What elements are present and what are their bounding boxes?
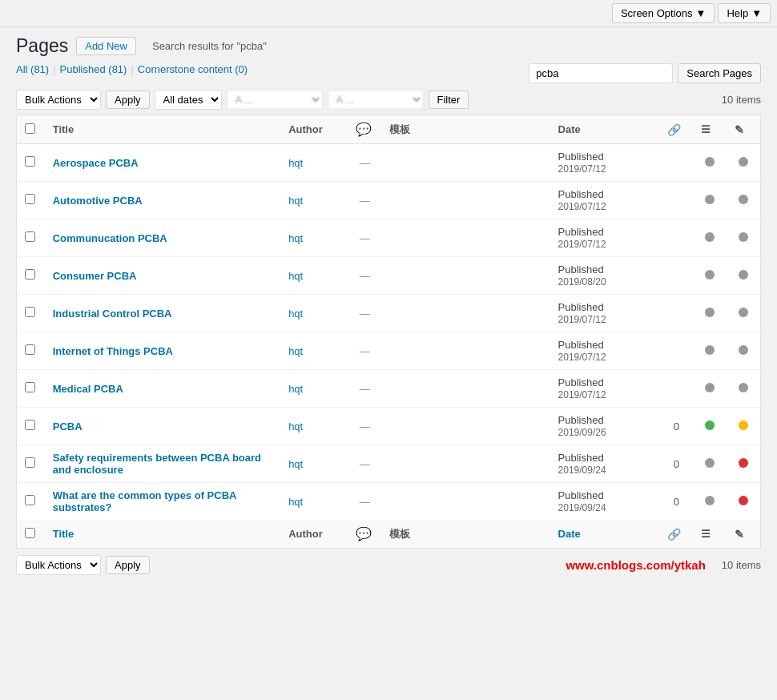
title-header-label: Title bbox=[53, 123, 74, 135]
author-link-4[interactable]: hqt bbox=[288, 270, 303, 282]
page-title-link-3[interactable]: Communucation PCBA bbox=[53, 232, 167, 244]
row-title-cell: Aerospace PCBA bbox=[45, 144, 280, 182]
page-title-link-4[interactable]: Consumer PCBA bbox=[53, 270, 137, 282]
row-dot1-cell bbox=[693, 219, 727, 257]
search-input[interactable] bbox=[529, 63, 673, 83]
page-header: Pages Add New Search results for "pcba" bbox=[16, 35, 761, 57]
dates-select[interactable]: All dates bbox=[155, 90, 222, 110]
author-link-1[interactable]: hqt bbox=[288, 157, 303, 169]
dot2-10 bbox=[739, 496, 748, 505]
author-link-3[interactable]: hqt bbox=[288, 232, 303, 244]
row-dot1-cell bbox=[693, 182, 727, 219]
bulk-actions-select-bottom[interactable]: Bulk Actions bbox=[16, 555, 101, 575]
row-author-cell: hqt bbox=[280, 219, 348, 257]
row-checkbox-8[interactable] bbox=[25, 420, 35, 430]
page-title-link-1[interactable]: Aerospace PCBA bbox=[53, 157, 139, 169]
title-header[interactable]: Title bbox=[45, 115, 280, 144]
comment-bubble-icon: 💬 bbox=[356, 123, 372, 136]
select-all-checkbox[interactable] bbox=[25, 123, 35, 134]
page-title-link-5[interactable]: Industrial Control PCBA bbox=[53, 308, 172, 320]
filter-published[interactable]: Published (81) bbox=[60, 63, 127, 75]
author-link-8[interactable]: hqt bbox=[288, 420, 303, 432]
row-author-cell: hqt bbox=[280, 408, 348, 445]
apply-button-top[interactable]: Apply bbox=[106, 91, 150, 109]
status-header: ☰ bbox=[693, 115, 727, 144]
dot1-6 bbox=[705, 345, 715, 355]
row-template-cell bbox=[381, 408, 550, 445]
row-date-cell: Published 2019/08/20 bbox=[550, 257, 660, 295]
date-value-9: 2019/09/24 bbox=[558, 465, 606, 476]
date-status-2: Published bbox=[558, 188, 604, 200]
row-checkbox-3[interactable] bbox=[25, 231, 35, 242]
date-header[interactable]: Date bbox=[550, 115, 660, 144]
table-row: Industrial Control PCBA hqt — Published … bbox=[17, 295, 761, 332]
title-footer-label: Title bbox=[53, 528, 74, 540]
main-wrap: Pages Add New Search results for "pcba" … bbox=[0, 27, 777, 591]
search-box: Search Pages bbox=[529, 63, 761, 83]
template-header-label: 模板 bbox=[389, 123, 410, 135]
date-header-label: Date bbox=[558, 123, 581, 135]
row-checkbox-9[interactable] bbox=[25, 457, 35, 468]
select-all-checkbox-footer[interactable] bbox=[25, 528, 35, 538]
date-status-5: Published bbox=[558, 301, 604, 313]
row-title-cell: PCBA bbox=[45, 408, 280, 445]
row-author-cell: hqt bbox=[280, 257, 348, 295]
apply-button-bottom[interactable]: Apply bbox=[106, 556, 150, 574]
row-dot1-cell bbox=[693, 295, 727, 332]
filter-all[interactable]: All (81) bbox=[16, 63, 49, 75]
author-link-9[interactable]: hqt bbox=[288, 458, 303, 470]
page-title-link-9[interactable]: Safety requirements between PCBA board a… bbox=[53, 452, 261, 476]
date-status-7: Published bbox=[558, 376, 604, 388]
page-title-link-6[interactable]: Internet of Things PCBA bbox=[53, 345, 173, 357]
author-select[interactable]: A ... bbox=[227, 90, 323, 110]
author-link-5[interactable]: hqt bbox=[288, 308, 303, 320]
search-pages-button[interactable]: Search Pages bbox=[678, 63, 761, 83]
screen-options-button[interactable]: Screen Options ▼ bbox=[612, 3, 715, 23]
comments-dash-9: — bbox=[360, 458, 370, 470]
select-all-header bbox=[17, 115, 45, 144]
page-title-link-7[interactable]: Medical PCBA bbox=[53, 383, 123, 395]
row-dot2-cell bbox=[727, 295, 760, 332]
row-checkbox-1[interactable] bbox=[25, 156, 35, 167]
row-checkbox-cell bbox=[17, 445, 45, 483]
row-template-cell bbox=[381, 370, 550, 408]
author-link-2[interactable]: hqt bbox=[288, 195, 303, 207]
filter-button[interactable]: Filter bbox=[429, 91, 469, 109]
row-dot1-cell bbox=[693, 370, 727, 408]
share-footer: 🔗 bbox=[659, 520, 693, 549]
search-result-text: Search results for "pcba" bbox=[152, 40, 267, 52]
row-checkbox-7[interactable] bbox=[25, 382, 35, 392]
row-checkbox-6[interactable] bbox=[25, 344, 35, 355]
screen-options-label: Screen Options bbox=[621, 7, 693, 19]
row-checkbox-cell bbox=[17, 483, 45, 521]
filter-cornerstone[interactable]: Cornerstone content (0) bbox=[138, 63, 248, 75]
author-link-6[interactable]: hqt bbox=[288, 345, 303, 357]
row-title-cell: Communucation PCBA bbox=[45, 219, 280, 257]
row-checkbox-4[interactable] bbox=[25, 269, 35, 280]
author-link-7[interactable]: hqt bbox=[288, 383, 303, 395]
add-new-button[interactable]: Add New bbox=[76, 37, 136, 55]
row-comments-cell: — bbox=[348, 257, 381, 295]
page-title-link-10[interactable]: What are the common types of PCBA substr… bbox=[53, 489, 236, 513]
page-title-link-2[interactable]: Automotive PCBA bbox=[53, 195, 143, 207]
row-dot2-cell bbox=[727, 445, 760, 483]
bulk-actions-select-top[interactable]: Bulk Actions bbox=[16, 90, 101, 110]
comments-footer: 💬 bbox=[348, 520, 381, 549]
date-value-5: 2019/07/12 bbox=[558, 314, 606, 325]
table-row: Safety requirements between PCBA board a… bbox=[17, 445, 761, 483]
row-checkbox-2[interactable] bbox=[25, 194, 35, 204]
tablenav-left: Bulk Actions Apply All dates A ... A ...… bbox=[16, 90, 469, 110]
dot2-7 bbox=[739, 383, 748, 392]
help-button[interactable]: Help ▼ bbox=[718, 3, 771, 23]
row-comments-cell: — bbox=[348, 219, 381, 257]
dot2-5 bbox=[739, 308, 748, 317]
row-checkbox-cell bbox=[17, 257, 45, 295]
row-checkbox-5[interactable] bbox=[25, 307, 35, 317]
row-checkbox-cell bbox=[17, 332, 45, 370]
edit-header: ✎ bbox=[727, 115, 760, 144]
page-title-link-8[interactable]: PCBA bbox=[53, 420, 83, 432]
author-link-10[interactable]: hqt bbox=[288, 496, 303, 508]
template-select[interactable]: A ... bbox=[328, 90, 424, 110]
page-title: Pages bbox=[16, 35, 68, 57]
row-checkbox-10[interactable] bbox=[25, 495, 35, 505]
